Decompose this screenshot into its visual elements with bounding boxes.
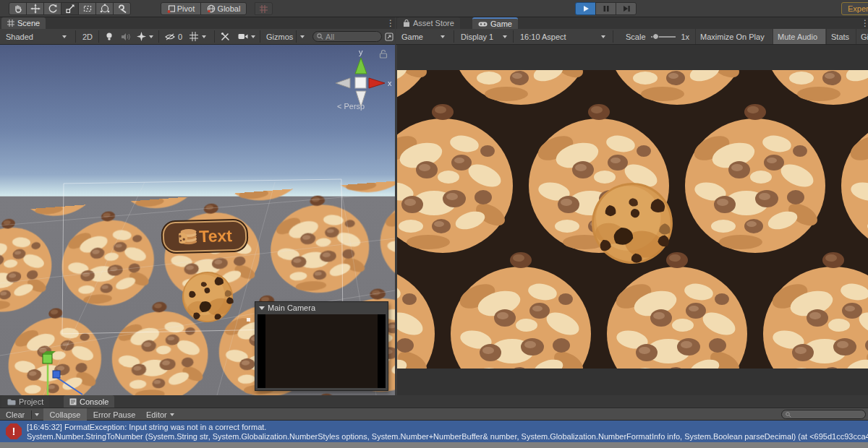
2d-toggle-button[interactable]: 2D bbox=[78, 29, 97, 44]
lock-icon[interactable] bbox=[379, 49, 388, 60]
error-message: [16:45:32] FormatException: Input string… bbox=[27, 423, 266, 431]
move-icon bbox=[30, 4, 41, 14]
camera-preview-header[interactable]: Main Camera bbox=[255, 302, 388, 314]
pivot-button[interactable]: Pivot bbox=[161, 2, 201, 15]
game-viewport[interactable]: Text bbox=[397, 45, 868, 395]
scale-slider-track[interactable] bbox=[651, 36, 676, 38]
camera-preview-image bbox=[258, 314, 386, 388]
shading-mode-label: Shaded bbox=[6, 33, 33, 41]
pivot-icon bbox=[167, 5, 175, 13]
rect-tool-button[interactable] bbox=[78, 2, 96, 15]
console-error-entry[interactable]: ! [16:45:32] FormatException: Input stri… bbox=[0, 421, 868, 442]
scale-tool-button[interactable] bbox=[61, 2, 79, 15]
rotate-icon bbox=[48, 4, 58, 14]
scene-visibility-button[interactable]: 0 bbox=[161, 29, 185, 44]
tab-project-label: Project bbox=[19, 397, 43, 406]
tab-project[interactable]: Project bbox=[1, 395, 49, 408]
chevron-down-icon bbox=[202, 35, 206, 38]
grid-icon bbox=[190, 32, 199, 41]
display-mode-dropdown[interactable]: Game bbox=[397, 29, 449, 44]
console-search-input[interactable] bbox=[781, 410, 866, 419]
transform-icon bbox=[100, 4, 110, 14]
rotate-tool-button[interactable] bbox=[43, 2, 61, 15]
scale-slider-knob[interactable] bbox=[652, 33, 659, 40]
foldout-triangle-icon bbox=[259, 305, 265, 311]
chevron-down-icon bbox=[300, 35, 305, 38]
maximize-on-play-button[interactable]: Maximize On Play bbox=[695, 29, 772, 44]
scene-popout-button[interactable] bbox=[383, 29, 395, 44]
chevron-down-icon bbox=[149, 35, 153, 38]
2d-label: 2D bbox=[82, 33, 93, 41]
scene-gizmos-label: Gizmos bbox=[266, 33, 293, 41]
global-button[interactable]: Global bbox=[200, 2, 247, 15]
step-icon bbox=[622, 4, 631, 13]
chevron-down-icon bbox=[35, 413, 39, 416]
audio-toggle-button[interactable] bbox=[116, 29, 132, 44]
grid-snap-icon bbox=[259, 4, 268, 14]
effects-dropdown[interactable] bbox=[132, 29, 157, 44]
collapse-button[interactable]: Collapse bbox=[43, 408, 87, 421]
scale-slider[interactable]: Scale 1x bbox=[621, 29, 694, 44]
transform-tool-button[interactable] bbox=[95, 2, 114, 15]
tab-console[interactable]: Console bbox=[64, 395, 114, 408]
tab-console-label: Console bbox=[80, 397, 109, 406]
camera-preview-panel[interactable]: Main Camera bbox=[255, 301, 388, 391]
component-tools-button[interactable] bbox=[216, 29, 234, 44]
scene-gizmos-dropdown[interactable]: Gizmos bbox=[262, 29, 307, 44]
effects-star-icon bbox=[137, 32, 146, 41]
scene-text-banner: Text bbox=[162, 220, 247, 253]
step-button[interactable] bbox=[616, 2, 637, 15]
chevron-down-icon bbox=[441, 35, 445, 38]
display-select-dropdown[interactable]: Display 1 bbox=[456, 29, 510, 44]
perspective-toggle[interactable]: < Persp bbox=[337, 102, 365, 111]
mute-audio-button[interactable]: Mute Audio bbox=[773, 29, 825, 44]
aspect-ratio-dropdown[interactable]: 16:10 Aspect bbox=[516, 29, 610, 44]
error-pause-button[interactable]: Error Pause bbox=[88, 408, 140, 421]
scene-search-input[interactable]: All bbox=[312, 31, 382, 42]
chevron-down-icon bbox=[601, 35, 605, 38]
transform-gizmo[interactable] bbox=[20, 348, 93, 395]
folder-icon bbox=[7, 398, 16, 405]
svg-text:!: ! bbox=[12, 425, 16, 437]
search-icon bbox=[786, 412, 791, 418]
experimental-packages-badge[interactable]: Experim bbox=[841, 2, 868, 15]
play-button[interactable] bbox=[575, 2, 596, 15]
grid-visibility-dropdown[interactable] bbox=[185, 29, 213, 44]
cookie-sprite bbox=[590, 181, 675, 267]
game-tabstrip: Asset Store Game ⋮ bbox=[396, 17, 868, 29]
light-bulb-icon bbox=[105, 32, 114, 41]
tab-game[interactable]: Game bbox=[472, 17, 518, 29]
scene-viewport[interactable]: Text y x < Persp bbox=[0, 45, 395, 395]
tab-scene[interactable]: Scene bbox=[1, 17, 46, 29]
stats-button[interactable]: Stats bbox=[826, 29, 855, 44]
camera-preview-title: Main Camera bbox=[268, 303, 315, 312]
cookie-sprite bbox=[181, 270, 234, 325]
scene-tabstrip: Scene ⋮ bbox=[0, 17, 395, 29]
snap-settings-button[interactable] bbox=[255, 2, 273, 15]
move-tool-button[interactable] bbox=[26, 2, 44, 15]
bottom-tabstrip: Project Console bbox=[0, 395, 868, 408]
editor-dropdown-button[interactable]: Editor bbox=[142, 408, 181, 421]
scene-search-value: All bbox=[326, 33, 334, 41]
game-gizmos-label: Gizmos bbox=[861, 33, 868, 41]
editor-label: Editor bbox=[146, 410, 167, 419]
experimental-label: Experim bbox=[848, 4, 868, 13]
tab-asset-store[interactable]: Asset Store bbox=[397, 17, 460, 29]
hand-tool-button[interactable] bbox=[9, 2, 27, 15]
scale-icon bbox=[65, 4, 75, 14]
global-label: Global bbox=[218, 4, 241, 13]
rect-tool-icon bbox=[82, 4, 93, 14]
lighting-toggle-button[interactable] bbox=[101, 29, 116, 44]
clear-button[interactable]: Clear bbox=[1, 408, 30, 421]
more-options-icon[interactable]: ⋮ bbox=[386, 18, 395, 28]
shading-mode-dropdown[interactable]: Shaded bbox=[1, 29, 71, 44]
maximize-on-play-label: Maximize On Play bbox=[700, 33, 765, 41]
game-gizmos-dropdown[interactable]: Gizmos bbox=[856, 29, 868, 44]
clear-dropdown-button[interactable] bbox=[32, 408, 42, 421]
hand-icon bbox=[13, 4, 23, 14]
stats-label: Stats bbox=[831, 33, 849, 41]
camera-settings-dropdown[interactable] bbox=[234, 29, 258, 44]
pause-button[interactable] bbox=[595, 2, 616, 15]
custom-tool-button[interactable] bbox=[113, 2, 131, 15]
more-options-icon[interactable]: ⋮ bbox=[861, 18, 868, 28]
